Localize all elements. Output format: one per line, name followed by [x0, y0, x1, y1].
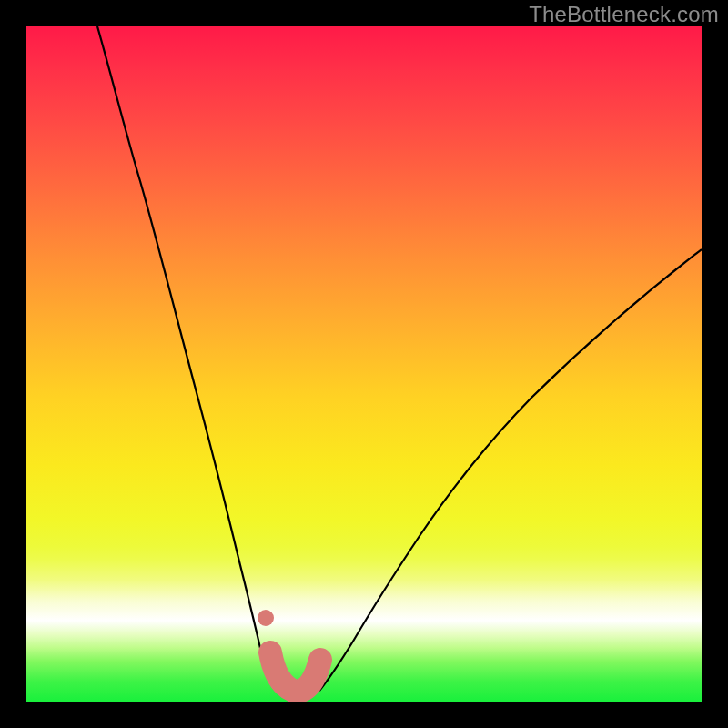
left-curve — [97, 26, 278, 691]
plot-area — [26, 26, 702, 702]
watermark-text: TheBottleneck.com — [529, 2, 719, 27]
curves-layer — [26, 26, 702, 702]
right-curve — [319, 249, 702, 691]
optimal-u-band — [270, 652, 320, 692]
optimal-dot — [258, 610, 274, 626]
chart-frame: TheBottleneck.com — [0, 0, 728, 728]
